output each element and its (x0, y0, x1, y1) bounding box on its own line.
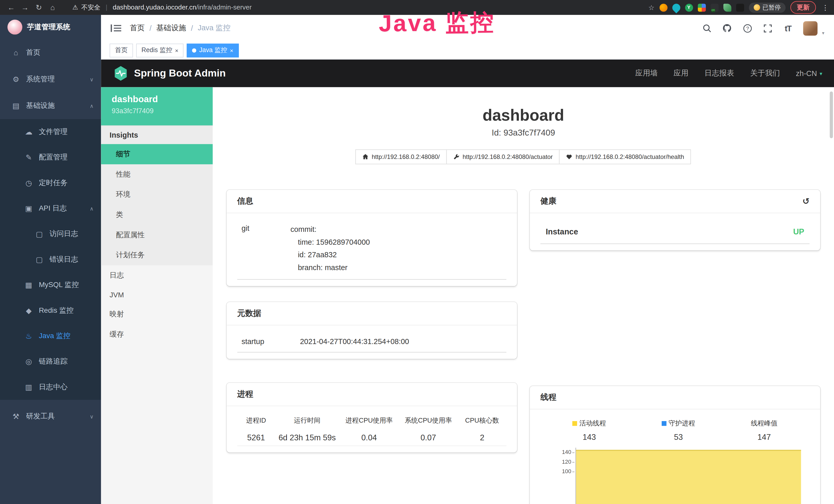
browser-home-icon[interactable]: ⌂ (47, 3, 59, 12)
sidebar-item-scheduled-tasks[interactable]: ◷ 定时任务 (0, 170, 101, 196)
bookmark-star-icon[interactable]: ☆ (648, 3, 655, 11)
legend-value: 147 (758, 432, 771, 441)
git-commit-time: time: 1596289704000 (290, 235, 502, 248)
info-card: 信息 git commit: time: 1596289704000 id: 2… (226, 190, 517, 286)
sidebar-item-api-logs[interactable]: ▣ API 日志 ∧ (0, 196, 101, 221)
tab-redis-monitor[interactable]: Redis 监控 × (136, 43, 184, 57)
sidebar-item-file-management[interactable]: ☁ 文件管理 (0, 119, 101, 144)
sba-locale-select[interactable]: zh-CN ▾ (796, 69, 822, 77)
close-icon[interactable]: × (230, 47, 233, 53)
tab-home[interactable]: 首页 (110, 43, 133, 57)
y-tick: 100 (553, 468, 571, 474)
extension-leaf-icon[interactable] (723, 3, 731, 11)
sidebar-item-error-logs[interactable]: ▢ 错误日志 (0, 247, 101, 272)
sidebar-item-mysql-monitor[interactable]: ▦ MySQL 监控 (0, 272, 101, 298)
cloud-icon: ☁ (23, 128, 34, 136)
sba-item-config-props[interactable]: 配置属性 (101, 225, 213, 245)
close-icon[interactable]: × (175, 47, 178, 53)
extension-fox-icon[interactable] (659, 3, 667, 11)
tab-java-monitor[interactable]: Java 监控 × (187, 43, 239, 57)
sidebar-item-home[interactable]: ⌂ 首页 (0, 39, 101, 66)
sba-item-loggers[interactable]: 日志 (101, 265, 213, 285)
help-icon[interactable]: ? (743, 23, 752, 33)
sidebar-item-config-management[interactable]: ✎ 配置管理 (0, 144, 101, 170)
fullscreen-icon[interactable] (763, 23, 772, 33)
threads-chart: 140 120 100 (541, 446, 810, 504)
sba-item-details[interactable]: 细节 (101, 144, 213, 164)
metadata-startup-row: startup 2021-04-27T00:44:31.254+08:00 (237, 332, 506, 352)
extension-on-icon[interactable] (710, 3, 719, 11)
sidebar-item-redis-monitor[interactable]: ◆ Redis 监控 (0, 298, 101, 323)
sba-nav-about[interactable]: 关于我们 (750, 69, 780, 78)
address-bar[interactable]: ⚠ 不安全 | dashboard.yudao.iocoder.cn/infra… (72, 3, 646, 12)
service-url-button[interactable]: http://192.168.0.2:48080/ (355, 150, 447, 164)
health-card: 健康 ↺ Instance UP (530, 190, 820, 250)
col-header: 进程CPU使用率 (339, 413, 399, 429)
document-icon: ▢ (34, 255, 45, 264)
sba-item-caches[interactable]: 缓存 (101, 324, 213, 345)
health-instance-row: Instance UP (541, 220, 810, 244)
sba-item-beans[interactable]: 类 (101, 205, 213, 225)
sba-item-environment[interactable]: 环境 (101, 185, 213, 205)
tools-icon: ⚒ (10, 412, 21, 420)
page-url[interactable]: dashboard.yudao.iocoder.cn/infra/admin-s… (113, 4, 252, 11)
sidebar-item-label: 配置管理 (39, 153, 68, 162)
tabs-bar: 首页 Redis 监控 × Java 监控 × (101, 42, 834, 60)
browser-extensions-area: ☆ Y 已暂停 更新 ⋮ (648, 1, 829, 14)
sidebar-item-java-monitor[interactable]: ♨ Java 监控 (0, 323, 101, 349)
sba-item-jvm[interactable]: JVM (101, 285, 213, 304)
sidebar-item-system-management[interactable]: ⚙ 系统管理 ∨ (0, 66, 101, 93)
sba-instance-block[interactable]: dashboard 93a3fc7f7409 (101, 87, 213, 125)
sba-locale-value: zh-CN (796, 69, 817, 77)
info-key: git (241, 223, 290, 274)
scrollbar-thumb[interactable] (830, 91, 833, 138)
collapse-sidebar-icon[interactable] (111, 24, 121, 32)
extension-drop-icon[interactable] (671, 2, 682, 13)
forward-icon[interactable]: → (19, 3, 31, 12)
health-card-title: 健康 (541, 196, 556, 206)
col-header: 运行时间 (275, 413, 339, 429)
browser-menu-icon[interactable]: ⋮ (822, 3, 829, 11)
threads-card: 线程 活动线程 143 守护进程 (530, 386, 820, 504)
actuator-url-label: http://192.168.0.2:48080/actuator (463, 154, 553, 160)
actuator-url-button[interactable]: http://192.168.0.2:48080/actuator (446, 150, 560, 164)
font-size-icon[interactable]: tT (783, 23, 793, 33)
sidebar-item-dev-tools[interactable]: ⚒ 研发工具 ∨ (0, 403, 101, 430)
sidebar-item-infrastructure[interactable]: ▤ 基础设施 ∧ (0, 92, 101, 119)
github-icon[interactable] (723, 23, 732, 33)
security-warning-icon[interactable]: ⚠ (72, 4, 78, 11)
sba-header: Spring Boot Admin 应用墙 应用 日志报表 关于我们 zh-CN… (101, 60, 834, 87)
sba-nav-applications[interactable]: 应用 (674, 69, 688, 78)
extension-grid-icon[interactable] (698, 3, 706, 11)
sidebar-item-access-logs[interactable]: ▢ 访问日志 (0, 221, 101, 247)
app-logo[interactable]: 芋道管理系统 (0, 15, 101, 39)
back-icon[interactable]: ← (5, 3, 17, 12)
metadata-value: 2021-04-27T00:44:31.254+08:00 (300, 337, 409, 346)
sidebar-item-link-tracing[interactable]: ◎ 链路追踪 (0, 349, 101, 374)
sba-item-mappings[interactable]: 映射 (101, 304, 213, 324)
paused-label: 已暂停 (762, 3, 781, 11)
sba-item-scheduled-tasks[interactable]: 计划任务 (101, 245, 213, 266)
health-url-button[interactable]: http://192.168.0.2:48080/actuator/health (559, 150, 691, 164)
breadcrumb-home[interactable]: 首页 (130, 23, 145, 33)
paused-badge[interactable]: 已暂停 (749, 2, 786, 12)
extension-y-icon[interactable]: Y (685, 3, 693, 11)
extension-puzzle-icon[interactable] (736, 3, 744, 11)
reload-icon[interactable]: ↻ (33, 3, 45, 12)
sba-nav-wallboard[interactable]: 应用墙 (635, 69, 658, 78)
user-avatar[interactable] (804, 21, 818, 36)
info-git-row: git commit: time: 1596289704000 id: 27aa… (237, 220, 506, 280)
search-icon[interactable] (702, 23, 712, 33)
sidebar-item-label: API 日志 (39, 204, 67, 213)
sba-nav-journal[interactable]: 日志报表 (704, 69, 734, 78)
sba-logo-icon (113, 66, 129, 82)
chevron-down-icon: ▾ (820, 70, 822, 76)
sba-item-metrics[interactable]: 性能 (101, 164, 213, 185)
chevron-up-icon: ∧ (90, 205, 93, 211)
breadcrumb-section[interactable]: 基础设施 (156, 23, 186, 33)
sba-brand[interactable]: Spring Boot Admin (113, 66, 226, 82)
sidebar-item-log-center[interactable]: ▥ 日志中心 (0, 374, 101, 400)
update-button[interactable]: 更新 (790, 1, 816, 14)
history-icon[interactable]: ↺ (803, 196, 810, 206)
legend-value: 143 (583, 432, 596, 441)
